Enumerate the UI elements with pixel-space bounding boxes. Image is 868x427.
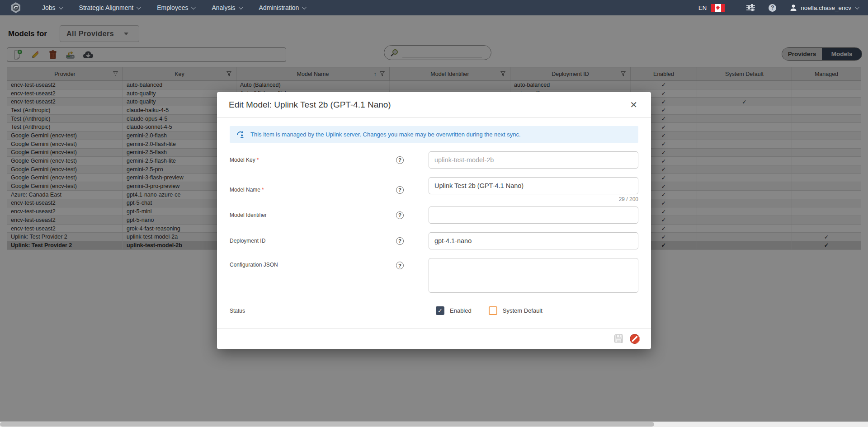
field-row-model-identifier: Model Identifier ? [230, 206, 638, 224]
required-mark: * [257, 157, 259, 163]
help-icon[interactable]: ? [396, 237, 404, 245]
status-label: Status [230, 308, 396, 314]
char-counter: 29 / 200 [429, 196, 638, 202]
edit-model-dialog: Edit Model: Uplink Test 2b (GPT-4.1 Nano… [217, 92, 651, 349]
system-default-checkbox[interactable] [489, 306, 497, 315]
user-icon [790, 4, 797, 11]
model-key-label: Model Key [230, 157, 255, 163]
deployment-id-label: Deployment ID [230, 238, 396, 244]
nav-item-strategic-alignment[interactable]: Strategic Alignment [71, 0, 149, 15]
managed-info-text: This item is managed by the Uplink serve… [250, 131, 521, 138]
nav-right: EN ? [698, 4, 858, 12]
nav-item-analysis[interactable]: Analysis [203, 0, 250, 15]
uplink-sync-icon [236, 130, 245, 139]
scrollbar-thumb[interactable] [0, 422, 654, 427]
close-icon[interactable]: ✕ [628, 99, 639, 111]
nav-item-label: Employees [157, 4, 188, 11]
nav-item-label: Jobs [42, 4, 56, 11]
cancel-icon [629, 333, 640, 344]
preferences-sliders-icon[interactable] [746, 4, 755, 11]
username-label: noella.chase_encv [801, 5, 851, 11]
save-button [614, 334, 623, 343]
dialog-body: This item is managed by the Uplink serve… [217, 118, 651, 323]
nav-item-administration[interactable]: Administration [250, 0, 314, 15]
help-icon[interactable]: ? [769, 4, 776, 12]
model-name-input[interactable] [429, 177, 638, 194]
canada-flag-icon[interactable] [711, 4, 725, 12]
model-identifier-input[interactable] [429, 206, 638, 224]
help-icon[interactable]: ? [396, 186, 404, 194]
configuration-json-label: Configuration JSON [230, 262, 396, 268]
horizontal-scrollbar[interactable] [0, 422, 868, 427]
field-row-deployment-id: Deployment ID ? [230, 232, 638, 249]
required-mark: * [262, 187, 264, 193]
nav-item-label: Analysis [212, 4, 235, 11]
model-key-input [429, 151, 638, 169]
dialog-title: Edit Model: Uplink Test 2b (GPT-4.1 Nano… [229, 100, 391, 110]
field-row-model-name: Model Name* ? 29 / 200 [230, 177, 638, 202]
chevron-down-icon [239, 5, 243, 9]
model-name-label: Model Name [230, 187, 260, 193]
chevron-down-icon [59, 5, 63, 9]
model-identifier-label: Model Identifier [230, 212, 396, 218]
field-row-status: Status ✓ Enabled System Default [230, 306, 638, 315]
dialog-header: Edit Model: Uplink Test 2b (GPT-4.1 Nano… [217, 92, 651, 118]
help-icon[interactable]: ? [396, 211, 404, 219]
chevron-down-icon [137, 5, 141, 9]
nav-item-label: Administration [259, 4, 299, 11]
chevron-down-icon [191, 5, 196, 9]
enabled-checkbox-label: Enabled [450, 307, 472, 314]
top-nav: Jobs Strategic Alignment Employees Analy… [0, 0, 868, 15]
cancel-button[interactable] [629, 333, 640, 344]
user-menu[interactable]: noella.chase_encv [790, 4, 858, 11]
nav-menu: Jobs Strategic Alignment Employees Analy… [33, 0, 314, 15]
app-root: Jobs Strategic Alignment Employees Analy… [0, 0, 868, 427]
nav-item-jobs[interactable]: Jobs [33, 0, 71, 15]
enabled-checkbox[interactable]: ✓ [436, 306, 444, 315]
field-row-configuration-json: Configuration JSON ? [230, 258, 638, 295]
dialog-footer [217, 328, 651, 349]
system-default-checkbox-label: System Default [503, 307, 542, 314]
managed-info-banner: This item is managed by the Uplink serve… [230, 126, 638, 143]
nav-item-employees[interactable]: Employees [148, 0, 203, 15]
deployment-id-input[interactable] [429, 232, 638, 249]
field-row-model-key: Model Key* ? [230, 151, 638, 169]
app-logo-icon[interactable] [11, 2, 21, 13]
help-icon[interactable]: ? [396, 156, 404, 164]
save-floppy-icon [614, 334, 623, 343]
help-icon[interactable]: ? [396, 262, 404, 269]
language-label[interactable]: EN [698, 5, 707, 11]
chevron-down-icon [855, 5, 859, 9]
configuration-json-input[interactable] [429, 258, 638, 293]
chevron-down-icon [302, 5, 307, 9]
nav-item-label: Strategic Alignment [79, 4, 134, 11]
